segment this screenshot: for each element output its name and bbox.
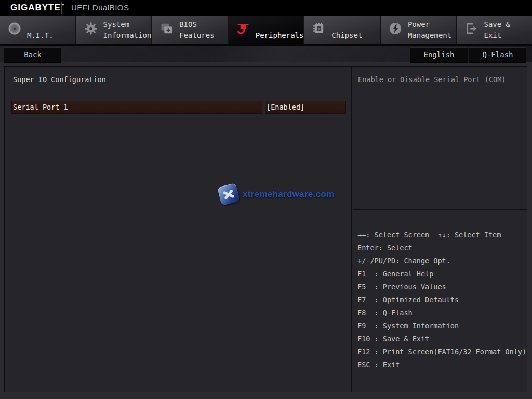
tab-label: System Information [103,19,152,41]
tab-label: Chipset [331,30,362,41]
bios-features-icon [159,21,174,36]
tab-bios-features[interactable]: BIOS Features [152,16,229,44]
language-button[interactable]: English [410,47,468,62]
peripherals-plug-icon [236,21,250,36]
legend-line: F5 : Previous Values [357,281,525,294]
tab-label: Save & Exit [484,19,532,41]
system-info-gear-icon [84,21,98,36]
legend-line: F7 : Optimized Defaults [357,294,525,307]
legend-line: F1 : General Help [357,268,525,281]
titlebar-divider [61,2,62,14]
back-button[interactable]: Back [4,47,61,62]
main-panel: Super IO Configuration Serial Port 1 [En… [4,66,527,392]
legend-line: ESC : Exit [357,358,525,371]
setting-serial-port-1-label[interactable]: Serial Port 1 [11,101,262,114]
tab-save-exit[interactable]: Save & Exit [457,16,532,44]
tab-power-management[interactable]: Power Management [381,16,457,44]
watermark-text: xtremehardware.com [243,189,334,200]
tab-system-information[interactable]: System Information [76,16,153,44]
gigabyte-logo: GIGABYTE™ [10,3,65,13]
legend-line: F12 : Print Screen(FAT16/32 Format Only) [357,345,525,358]
tab-peripherals[interactable]: Peripherals [229,16,305,44]
legend-line: +/-/PU/PD: Change Opt. [357,255,525,268]
watermark: xtremehardware.com [219,185,334,204]
tab-chipset[interactable]: Chipset [304,16,381,44]
help-panel: Enable or Disable Serial Port (COM) →←: … [353,66,527,392]
chipset-chip-icon [312,21,326,36]
tab-label: BIOS Features [179,19,214,41]
settings-panel: Super IO Configuration Serial Port 1 [En… [5,66,352,392]
tab-mit[interactable]: M.I.T. [0,16,76,44]
legend-line: F10 : Save & Exit [357,332,525,345]
bios-screen: GIGABYTE™ UEFI DualBIOS M.I.T. System In… [0,0,532,399]
main-menu-tabbar: M.I.T. System Information BIOS Features … [0,16,532,44]
key-legend: →←: Select Screen ↑↓: Select Item Enter:… [357,229,525,371]
setting-serial-port-1-value[interactable]: [Enabled] [265,101,346,114]
uefi-title: UEFI DualBIOS [71,3,129,12]
help-panel-divider [353,209,527,210]
tab-label: Peripherals [256,30,304,41]
legend-line: F9 : System Information [357,320,525,332]
legend-line: F8 : Q-Flash [357,307,525,320]
secondary-toolbar: Back English Q-Flash [0,44,532,62]
power-bolt-icon [388,21,403,36]
help-description: Enable or Disable Serial Port (COM) [358,75,523,84]
legend-line: →←: Select Screen ↑↓: Select Item [357,229,525,242]
legend-line: Enter: Select [357,242,525,255]
watermark-x-icon [217,183,240,206]
tab-label: Power Management [408,19,451,41]
mit-dial-icon [7,21,22,36]
section-title: Super IO Configuration [13,75,106,84]
qflash-button[interactable]: Q-Flash [469,47,526,62]
title-bar: GIGABYTE™ UEFI DualBIOS [0,0,532,16]
save-exit-icon [464,21,478,36]
tab-label: M.I.T. [27,30,54,41]
